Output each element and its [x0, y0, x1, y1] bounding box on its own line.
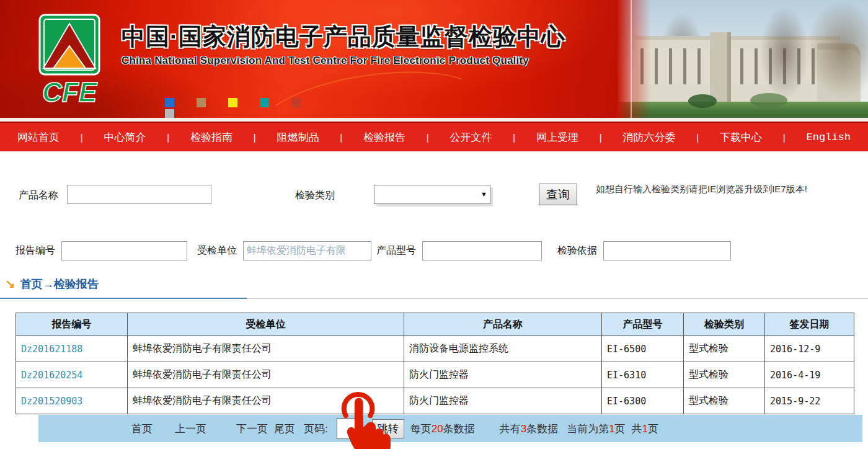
breadcrumb-divider-accent [0, 298, 247, 299]
chevron-down-icon: ▼ [480, 190, 487, 198]
model-cell: EI-6310 [602, 362, 684, 388]
nav-item-public-files[interactable]: 公开文件 [450, 130, 492, 144]
main-nav: 网站首页 | 中心简介 | 检验指南 | 阻燃制品 | 检验报告 | 公开文件 … [0, 123, 868, 151]
page-next-link[interactable]: 下一页 [236, 422, 268, 436]
nav-separator: | [783, 132, 786, 143]
nav-separator: | [600, 132, 602, 143]
col-model: 产品型号 [602, 313, 684, 336]
deco-square [228, 98, 237, 107]
breadcrumb-section: ↘ 首页→检验报告 [0, 277, 868, 299]
bush-decoration [750, 93, 787, 108]
per-page-count: 20 [432, 423, 443, 435]
product-cell: 防火门监控器 [404, 388, 602, 414]
unit-cell: 蚌埠依爱消防电子有限责任公司 [128, 336, 404, 362]
col-product: 产品名称 [404, 313, 602, 336]
report-no-link[interactable]: Dz201520903 [16, 388, 128, 414]
unit-cell: 蚌埠依爱消防电子有限责任公司 [128, 362, 404, 388]
deco-square [291, 98, 301, 107]
page-number-label: 页码: [304, 422, 328, 436]
total-count: 3 [521, 423, 526, 435]
nav-item-guide[interactable]: 检验指南 [190, 130, 232, 144]
page-prev-link[interactable]: 上一页 [175, 422, 206, 436]
inspected-unit-label: 受检单位 [197, 244, 237, 257]
category-label: 检验类别 [295, 189, 335, 202]
deco-square [165, 109, 174, 118]
total-info: 共有3条数据 [500, 422, 558, 436]
nav-item-reports[interactable]: 检验报告 [363, 130, 405, 144]
nav-item-flame-retardant[interactable]: 阻燃制品 [277, 130, 319, 144]
nav-item-about[interactable]: 中心简介 [104, 130, 146, 144]
header-banner: CFE 中国·国家消防电子产品质量监督检验中心 China National S… [0, 0, 868, 118]
product-name-label: 产品名称 [19, 189, 58, 202]
product-model-label: 产品型号 [376, 244, 416, 257]
report-no-input[interactable] [61, 241, 187, 260]
basis-label: 检验依据 [557, 244, 597, 257]
banner-swirl-decoration [256, 60, 487, 118]
report-table: 报告编号 受检单位 产品名称 产品型号 检验类别 签发日期 Dz20162118… [16, 313, 854, 414]
deco-square [165, 98, 174, 107]
deco-square [197, 98, 206, 107]
report-no-link[interactable]: Dz201621188 [16, 336, 128, 362]
nav-item-fire-subcommittee[interactable]: 消防六分委 [623, 130, 676, 144]
breadcrumb-text[interactable]: 首页→检验报告 [20, 277, 99, 291]
pagination-bar: 首页 上一页 下一页 尾页 页码: 跳转 每页20条数据 共有3条数据 当前为第… [38, 415, 862, 442]
current-page-info: 当前为第1页 [567, 422, 625, 436]
col-category: 检验类别 [684, 313, 765, 336]
product-name-input[interactable] [67, 185, 211, 204]
product-model-input[interactable] [422, 241, 542, 260]
product-cell: 消防设备电源监控系统 [404, 336, 602, 362]
cfe-logo: CFE [32, 14, 105, 115]
nav-separator: | [340, 132, 342, 143]
deco-squares [165, 98, 351, 108]
table-row: Dz201520903 蚌埠依爱消防电子有限责任公司 防火门监控器 EI-630… [16, 388, 854, 414]
nav-item-english[interactable]: English [807, 131, 851, 143]
deco-square [260, 98, 269, 107]
category-cell: 型式检验 [684, 362, 765, 388]
report-no-link[interactable]: Dz201620254 [16, 362, 128, 388]
building-photo [617, 0, 868, 118]
inspected-unit-input[interactable] [243, 241, 371, 260]
per-page-info: 每页20条数据 [410, 422, 475, 436]
col-date: 签发日期 [765, 313, 854, 336]
col-report-no: 报告编号 [16, 313, 128, 336]
query-button[interactable]: 查询 [539, 184, 577, 205]
tree-decoration [760, 6, 809, 99]
photo-red-fade [617, 0, 651, 118]
total-pages-info: 共1页 [632, 422, 658, 436]
table-row: Dz201620254 蚌埠依爱消防电子有限责任公司 防火门监控器 EI-631… [16, 362, 854, 388]
nav-item-downloads[interactable]: 下载中心 [720, 130, 762, 144]
report-no-label: 报告编号 [16, 244, 55, 257]
table-row: Dz201621188 蚌埠依爱消防电子有限责任公司 消防设备电源监控系统 EI… [16, 336, 854, 362]
nav-item-online-accept[interactable]: 网上受理 [536, 130, 578, 144]
nav-separator: | [696, 132, 699, 143]
cfe-logo-icon: CFE [32, 14, 105, 113]
model-cell: EI-6500 [602, 336, 684, 362]
nav-separator: | [513, 132, 515, 143]
basis-input[interactable] [603, 241, 731, 260]
total-pages-number: 1 [642, 423, 648, 435]
cfe-logo-text: CFE [42, 77, 98, 107]
breadcrumb-arrow-icon: ↘ [5, 277, 16, 291]
breadcrumb: ↘ 首页→检验报告 [0, 277, 868, 291]
col-unit: 受检单位 [128, 313, 404, 336]
category-cell: 型式检验 [684, 336, 765, 362]
nav-item-home[interactable]: 网站首页 [17, 130, 60, 144]
site-title: 中国·国家消防电子产品质量监督检验中心 [122, 21, 565, 53]
category-select[interactable]: ▼ [374, 185, 490, 204]
site-subtitle: China National Supervision And Test Cent… [122, 55, 529, 67]
page-last-link[interactable]: 尾页 [274, 422, 295, 436]
building-tower [710, 32, 731, 102]
ie-upgrade-note: 如想自行输入检验类别请把IE浏览器升级到IE7版本! [596, 180, 844, 198]
model-cell: EI-6300 [602, 388, 684, 414]
nav-separator: | [254, 132, 256, 143]
date-cell: 2016-4-19 [765, 362, 854, 388]
nav-separator: | [81, 132, 83, 143]
search-form: 产品名称 检验类别 ▼ 查询 如想自行输入检验类别请把IE浏览器升级到IE7版本… [0, 185, 868, 299]
product-cell: 防火门监控器 [404, 362, 602, 388]
banner-bottom-strip [0, 118, 868, 123]
page-first-link[interactable]: 首页 [131, 422, 153, 436]
nav-separator: | [427, 132, 429, 143]
photo-divider-line [631, 0, 632, 118]
grass-strip [617, 102, 868, 118]
nav-separator: | [167, 132, 169, 143]
